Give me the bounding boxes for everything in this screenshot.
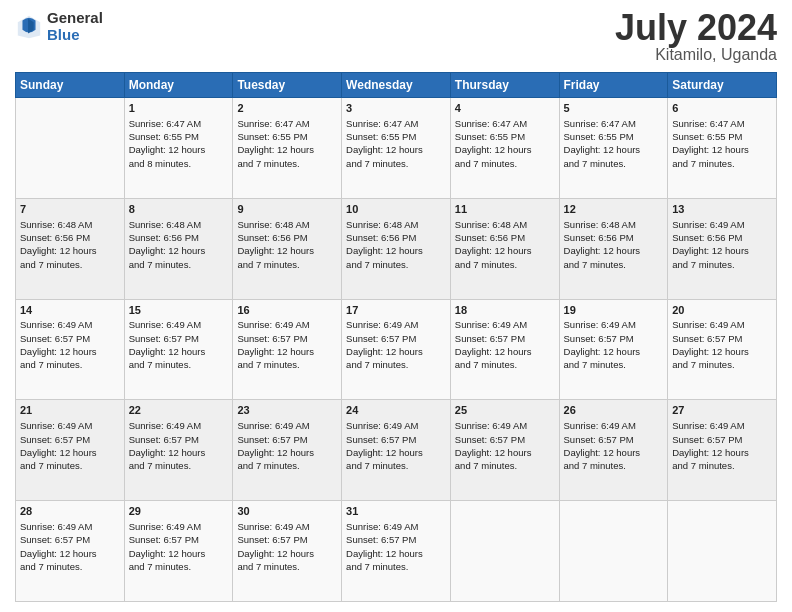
day-number: 25 bbox=[455, 403, 555, 418]
day-info: Sunrise: 6:49 AMSunset: 6:57 PMDaylight:… bbox=[237, 318, 337, 371]
day-number: 7 bbox=[20, 202, 120, 217]
day-number: 1 bbox=[129, 101, 229, 116]
calendar-week-row: 7Sunrise: 6:48 AMSunset: 6:56 PMDaylight… bbox=[16, 198, 777, 299]
day-number: 14 bbox=[20, 303, 120, 318]
day-info: Sunrise: 6:49 AMSunset: 6:57 PMDaylight:… bbox=[129, 520, 229, 573]
calendar-cell: 5Sunrise: 6:47 AMSunset: 6:55 PMDaylight… bbox=[559, 98, 668, 199]
calendar-cell: 21Sunrise: 6:49 AMSunset: 6:57 PMDayligh… bbox=[16, 400, 125, 501]
page: General Blue July 2024 Kitamilo, Uganda … bbox=[0, 0, 792, 612]
day-info: Sunrise: 6:47 AMSunset: 6:55 PMDaylight:… bbox=[129, 117, 229, 170]
day-number: 10 bbox=[346, 202, 446, 217]
day-number: 11 bbox=[455, 202, 555, 217]
day-info: Sunrise: 6:49 AMSunset: 6:57 PMDaylight:… bbox=[129, 318, 229, 371]
header-monday: Monday bbox=[124, 73, 233, 98]
day-number: 16 bbox=[237, 303, 337, 318]
day-info: Sunrise: 6:49 AMSunset: 6:57 PMDaylight:… bbox=[346, 318, 446, 371]
day-info: Sunrise: 6:47 AMSunset: 6:55 PMDaylight:… bbox=[455, 117, 555, 170]
day-number: 31 bbox=[346, 504, 446, 519]
calendar-cell: 22Sunrise: 6:49 AMSunset: 6:57 PMDayligh… bbox=[124, 400, 233, 501]
calendar-cell: 17Sunrise: 6:49 AMSunset: 6:57 PMDayligh… bbox=[342, 299, 451, 400]
day-number: 12 bbox=[564, 202, 664, 217]
day-number: 22 bbox=[129, 403, 229, 418]
calendar-cell: 9Sunrise: 6:48 AMSunset: 6:56 PMDaylight… bbox=[233, 198, 342, 299]
calendar-cell: 27Sunrise: 6:49 AMSunset: 6:57 PMDayligh… bbox=[668, 400, 777, 501]
day-number: 28 bbox=[20, 504, 120, 519]
logo-text: General Blue bbox=[47, 10, 103, 43]
calendar-cell: 20Sunrise: 6:49 AMSunset: 6:57 PMDayligh… bbox=[668, 299, 777, 400]
day-info: Sunrise: 6:48 AMSunset: 6:56 PMDaylight:… bbox=[455, 218, 555, 271]
day-info: Sunrise: 6:49 AMSunset: 6:57 PMDaylight:… bbox=[564, 318, 664, 371]
calendar-cell bbox=[16, 98, 125, 199]
day-number: 23 bbox=[237, 403, 337, 418]
calendar-cell: 19Sunrise: 6:49 AMSunset: 6:57 PMDayligh… bbox=[559, 299, 668, 400]
calendar-cell: 29Sunrise: 6:49 AMSunset: 6:57 PMDayligh… bbox=[124, 501, 233, 602]
calendar-cell: 26Sunrise: 6:49 AMSunset: 6:57 PMDayligh… bbox=[559, 400, 668, 501]
day-info: Sunrise: 6:48 AMSunset: 6:56 PMDaylight:… bbox=[20, 218, 120, 271]
logo: General Blue bbox=[15, 10, 103, 43]
day-info: Sunrise: 6:49 AMSunset: 6:57 PMDaylight:… bbox=[455, 318, 555, 371]
day-info: Sunrise: 6:47 AMSunset: 6:55 PMDaylight:… bbox=[237, 117, 337, 170]
calendar-location: Kitamilo, Uganda bbox=[615, 46, 777, 64]
day-info: Sunrise: 6:49 AMSunset: 6:57 PMDaylight:… bbox=[20, 318, 120, 371]
calendar-cell: 2Sunrise: 6:47 AMSunset: 6:55 PMDaylight… bbox=[233, 98, 342, 199]
header-thursday: Thursday bbox=[450, 73, 559, 98]
day-number: 8 bbox=[129, 202, 229, 217]
calendar-cell: 13Sunrise: 6:49 AMSunset: 6:56 PMDayligh… bbox=[668, 198, 777, 299]
day-info: Sunrise: 6:49 AMSunset: 6:56 PMDaylight:… bbox=[672, 218, 772, 271]
calendar-title: July 2024 bbox=[615, 10, 777, 46]
calendar-cell bbox=[450, 501, 559, 602]
logo-general-text: General bbox=[47, 10, 103, 27]
calendar-cell bbox=[559, 501, 668, 602]
day-number: 18 bbox=[455, 303, 555, 318]
calendar-cell: 16Sunrise: 6:49 AMSunset: 6:57 PMDayligh… bbox=[233, 299, 342, 400]
day-number: 3 bbox=[346, 101, 446, 116]
day-info: Sunrise: 6:49 AMSunset: 6:57 PMDaylight:… bbox=[564, 419, 664, 472]
calendar-cell: 11Sunrise: 6:48 AMSunset: 6:56 PMDayligh… bbox=[450, 198, 559, 299]
day-number: 27 bbox=[672, 403, 772, 418]
day-info: Sunrise: 6:48 AMSunset: 6:56 PMDaylight:… bbox=[564, 218, 664, 271]
day-number: 19 bbox=[564, 303, 664, 318]
calendar-cell: 23Sunrise: 6:49 AMSunset: 6:57 PMDayligh… bbox=[233, 400, 342, 501]
day-number: 26 bbox=[564, 403, 664, 418]
calendar-week-row: 21Sunrise: 6:49 AMSunset: 6:57 PMDayligh… bbox=[16, 400, 777, 501]
day-number: 5 bbox=[564, 101, 664, 116]
calendar-week-row: 28Sunrise: 6:49 AMSunset: 6:57 PMDayligh… bbox=[16, 501, 777, 602]
header-tuesday: Tuesday bbox=[233, 73, 342, 98]
header-saturday: Saturday bbox=[668, 73, 777, 98]
day-info: Sunrise: 6:48 AMSunset: 6:56 PMDaylight:… bbox=[237, 218, 337, 271]
day-number: 24 bbox=[346, 403, 446, 418]
calendar-cell: 18Sunrise: 6:49 AMSunset: 6:57 PMDayligh… bbox=[450, 299, 559, 400]
calendar-cell: 15Sunrise: 6:49 AMSunset: 6:57 PMDayligh… bbox=[124, 299, 233, 400]
header-wednesday: Wednesday bbox=[342, 73, 451, 98]
calendar-cell: 30Sunrise: 6:49 AMSunset: 6:57 PMDayligh… bbox=[233, 501, 342, 602]
day-info: Sunrise: 6:49 AMSunset: 6:57 PMDaylight:… bbox=[237, 419, 337, 472]
day-info: Sunrise: 6:49 AMSunset: 6:57 PMDaylight:… bbox=[20, 520, 120, 573]
day-number: 30 bbox=[237, 504, 337, 519]
day-info: Sunrise: 6:49 AMSunset: 6:57 PMDaylight:… bbox=[346, 520, 446, 573]
calendar-cell: 7Sunrise: 6:48 AMSunset: 6:56 PMDaylight… bbox=[16, 198, 125, 299]
day-info: Sunrise: 6:49 AMSunset: 6:57 PMDaylight:… bbox=[346, 419, 446, 472]
calendar-cell: 4Sunrise: 6:47 AMSunset: 6:55 PMDaylight… bbox=[450, 98, 559, 199]
day-info: Sunrise: 6:47 AMSunset: 6:55 PMDaylight:… bbox=[346, 117, 446, 170]
logo-icon bbox=[15, 13, 43, 41]
day-number: 15 bbox=[129, 303, 229, 318]
day-info: Sunrise: 6:48 AMSunset: 6:56 PMDaylight:… bbox=[346, 218, 446, 271]
day-number: 9 bbox=[237, 202, 337, 217]
calendar-table: Sunday Monday Tuesday Wednesday Thursday… bbox=[15, 72, 777, 602]
day-info: Sunrise: 6:49 AMSunset: 6:57 PMDaylight:… bbox=[672, 419, 772, 472]
day-info: Sunrise: 6:48 AMSunset: 6:56 PMDaylight:… bbox=[129, 218, 229, 271]
logo-blue-text: Blue bbox=[47, 27, 103, 44]
calendar-week-row: 14Sunrise: 6:49 AMSunset: 6:57 PMDayligh… bbox=[16, 299, 777, 400]
day-info: Sunrise: 6:49 AMSunset: 6:57 PMDaylight:… bbox=[129, 419, 229, 472]
day-number: 29 bbox=[129, 504, 229, 519]
calendar-cell: 24Sunrise: 6:49 AMSunset: 6:57 PMDayligh… bbox=[342, 400, 451, 501]
calendar-cell: 1Sunrise: 6:47 AMSunset: 6:55 PMDaylight… bbox=[124, 98, 233, 199]
day-info: Sunrise: 6:49 AMSunset: 6:57 PMDaylight:… bbox=[20, 419, 120, 472]
day-number: 2 bbox=[237, 101, 337, 116]
day-info: Sunrise: 6:49 AMSunset: 6:57 PMDaylight:… bbox=[672, 318, 772, 371]
header: General Blue July 2024 Kitamilo, Uganda bbox=[15, 10, 777, 64]
calendar-cell: 14Sunrise: 6:49 AMSunset: 6:57 PMDayligh… bbox=[16, 299, 125, 400]
calendar-cell: 31Sunrise: 6:49 AMSunset: 6:57 PMDayligh… bbox=[342, 501, 451, 602]
day-info: Sunrise: 6:49 AMSunset: 6:57 PMDaylight:… bbox=[237, 520, 337, 573]
day-number: 20 bbox=[672, 303, 772, 318]
